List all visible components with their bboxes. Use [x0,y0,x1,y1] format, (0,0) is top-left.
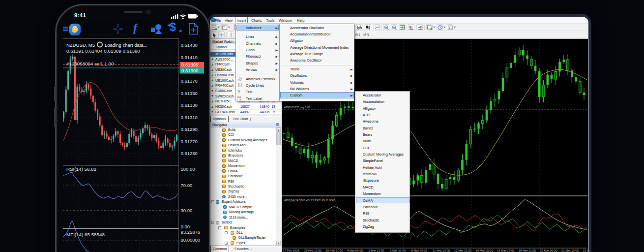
svg-text:93.25876: 93.25876 [181,229,201,234]
svg-text:5 Mar 13:00: 5 Mar 13:00 [368,249,384,252]
svg-text:28 Feb 13:00: 28 Feb 13:00 [304,249,322,252]
svg-text:12 Mar 21:00: 12 Mar 21:00 [454,249,472,252]
svg-text:MFI(14) 65.58548: MFI(14) 65.58548 [66,231,105,237]
svg-text:8 Mar 05:00: 8 Mar 05:00 [411,249,428,252]
svg-text:Loading chart data...: Loading chart data... [105,42,147,47]
svg-text:15 Mar 13:00: 15 Mar 13:00 [497,249,515,252]
svg-text:100.00: 100.00 [181,166,195,172]
svg-text:0.61290: 0.61290 [181,126,198,132]
svg-text:14 Mar 05:00: 14 Mar 05:00 [475,249,493,252]
svg-text:4 Mar 05:00: 4 Mar 05:00 [347,249,363,252]
svg-text:0.61410: 0.61410 [181,54,198,60]
svg-text:20 Mar 05:00: 20 Mar 05:00 [540,249,557,252]
svg-text:ADX(14) 24.5363 +DI:25.9362 -D: ADX(14) 24.5363 +DI:25.9362 -DI:11.9566 [284,199,335,202]
svg-text:11 Mar 13:00: 11 Mar 13:00 [433,249,450,252]
svg-text:0.00: 0.00 [181,224,190,229]
svg-text:29 Feb 21:00: 29 Feb 21:00 [325,249,343,252]
svg-text:RSI(14) 56.82: RSI(14) 56.82 [66,166,96,171]
svg-text:0.61350: 0.61350 [181,90,198,95]
svg-text:70.00: 70.00 [181,182,193,188]
svg-text:#190103175 buy 1.00: #190103175 buy 1.00 [284,106,310,109]
svg-text:0.61391 0.61404 0.61389 0.6139: 0.61391 0.61404 0.61389 0.61390 [66,48,140,53]
svg-text:0.61370: 0.61370 [181,78,198,84]
svg-text:NZDUSD, M5: NZDUSD, M5 [66,42,95,47]
svg-text:6 Mar 21:00: 6 Mar 21:00 [390,249,406,252]
svg-text:18 Mar 21:00: 18 Mar 21:00 [519,249,536,252]
svg-text:0.61390: 0.61390 [181,67,198,73]
svg-text:0.61250: 0.61250 [181,151,198,156]
svg-text:0.61330: 0.61330 [181,102,198,108]
svg-text:#123058094 sell, 1.00: #123058094 sell, 1.00 [66,61,114,66]
svg-text:0.61395: 0.61395 [181,62,198,67]
svg-text:27 Feb 2024: 27 Feb 2024 [283,249,299,252]
svg-text:22 Mar 21:00: 22 Mar 21:00 [583,249,587,252]
svg-text:0.61310: 0.61310 [181,114,198,120]
svg-text:21 Mar 13:00: 21 Mar 13:00 [561,249,579,252]
svg-text:0.61270: 0.61270 [181,138,198,144]
svg-text:80.00000: 80.00000 [181,237,201,243]
svg-text:0.61430: 0.61430 [181,42,198,48]
svg-text:30.00: 30.00 [181,208,193,213]
